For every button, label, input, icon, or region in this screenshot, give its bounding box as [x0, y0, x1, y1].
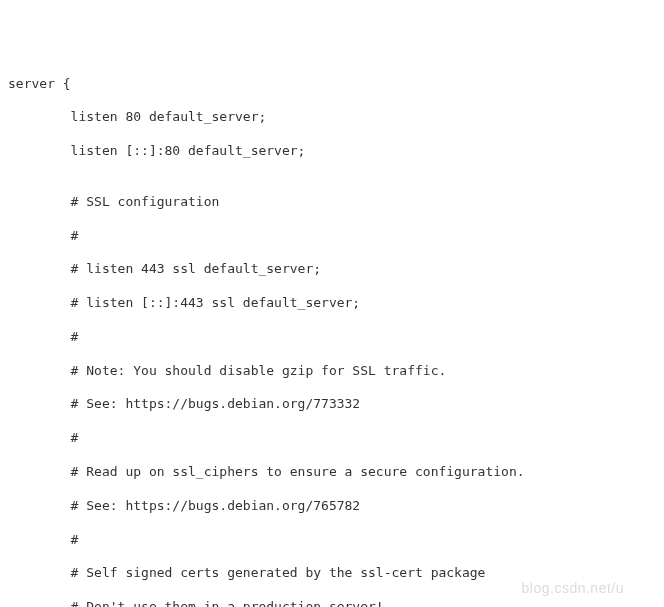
code-line: # See: https://bugs.debian.org/765782 [8, 498, 656, 515]
code-line: # Don't use them in a production server! [8, 599, 656, 607]
watermark: blog.csdn.net/u [522, 579, 624, 597]
code-line: # [8, 329, 656, 346]
code-line: # [8, 228, 656, 245]
code-line: # [8, 430, 656, 447]
code-line: # Note: You should disable gzip for SSL … [8, 363, 656, 380]
code-line: # listen 443 ssl default_server; [8, 261, 656, 278]
code-line: listen [::]:80 default_server; [8, 143, 656, 160]
code-line: # SSL configuration [8, 194, 656, 211]
code-line: # See: https://bugs.debian.org/773332 [8, 396, 656, 413]
code-line: listen 80 default_server; [8, 109, 656, 126]
code-line: server { [8, 76, 656, 93]
code-line: # Read up on ssl_ciphers to ensure a sec… [8, 464, 656, 481]
code-line: # listen [::]:443 ssl default_server; [8, 295, 656, 312]
code-line: # [8, 532, 656, 549]
code-line: # Self signed certs generated by the ssl… [8, 565, 656, 582]
